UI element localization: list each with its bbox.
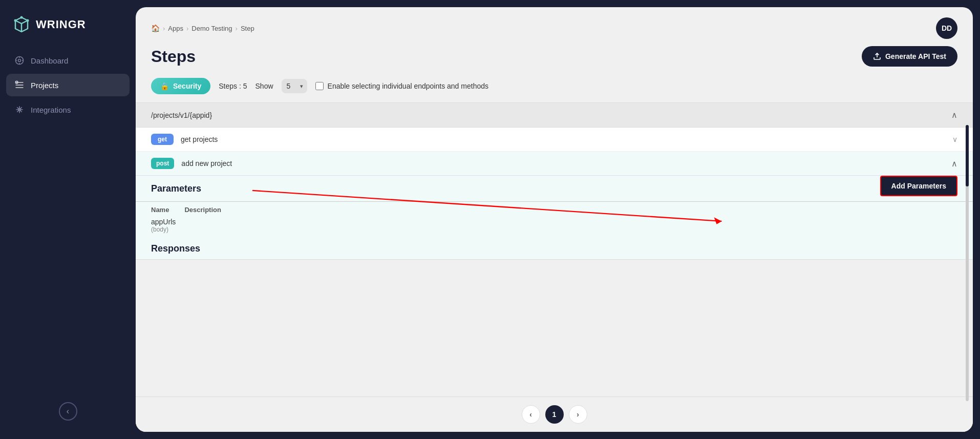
projects-label: Projects [31, 81, 58, 90]
main-header: 🏠 › Apps › Demo Testing › Step DD [136, 7, 973, 44]
logo-icon [12, 15, 31, 34]
projects-icon [14, 80, 25, 90]
sidebar-item-dashboard[interactable]: Dashboard [6, 49, 130, 72]
post-method-badge: post [151, 158, 174, 169]
svg-point-3 [18, 59, 21, 62]
app-logo: WRINGR [0, 10, 136, 49]
breadcrumb-sep-1: › [163, 25, 165, 32]
dashboard-icon [14, 55, 25, 66]
sidebar-nav: Dashboard Projects Integrations [0, 49, 136, 394]
breadcrumb-step[interactable]: Step [241, 25, 254, 32]
get-api-name: get projects [181, 135, 218, 143]
scrollbar-thumb[interactable] [966, 125, 969, 186]
svg-point-0 [14, 19, 17, 22]
expanded-api-left: post add new project [151, 158, 232, 169]
pagination: ‹ 1 › [136, 396, 973, 432]
parameters-header: Parameters Add Parameters [136, 176, 973, 202]
page-title-row: Steps Generate API Test [136, 44, 973, 74]
generate-api-test-button[interactable]: Generate API Test [862, 46, 957, 67]
breadcrumb: 🏠 › Apps › Demo Testing › Step [151, 24, 254, 32]
integrations-icon [14, 104, 25, 115]
breadcrumb-demo-testing[interactable]: Demo Testing [191, 25, 232, 32]
show-select-wrapper: 5 10 20 50 [282, 79, 307, 93]
integrations-label: Integrations [31, 106, 71, 114]
sidebar-bottom: ‹ [0, 394, 136, 429]
checkbox-text: Enable selecting individual endpoints an… [328, 82, 488, 90]
endpoint-path: /projects/v1/{appid} [151, 111, 212, 119]
pagination-next-button[interactable]: › [569, 405, 587, 424]
pagination-page-1-button[interactable]: 1 [545, 405, 564, 424]
parameters-title: Parameters [151, 178, 201, 194]
add-parameters-button[interactable]: Add Parameters [880, 176, 957, 196]
get-chevron-icon: ∨ [952, 135, 957, 143]
upload-icon [873, 52, 881, 60]
show-label: Show [255, 82, 273, 90]
api-row-get-left: get get projects [151, 134, 218, 145]
show-select[interactable]: 5 10 20 50 [282, 79, 307, 93]
next-icon: › [577, 410, 579, 419]
expanded-panel-post: post add new project ∧ Parameters Add Pa… [136, 152, 973, 260]
post-api-name: add new project [181, 159, 232, 168]
page-title: Steps [151, 47, 196, 66]
col-description: Description [184, 206, 221, 214]
param-name-appurls: appUrls [151, 218, 957, 226]
main-content: 🏠 › Apps › Demo Testing › Step DD Steps … [136, 7, 973, 432]
col-name: Name [151, 206, 169, 214]
prev-icon: ‹ [529, 410, 532, 419]
get-method-badge: get [151, 134, 174, 145]
page-1-label: 1 [552, 410, 557, 419]
svg-point-2 [20, 16, 23, 19]
enable-endpoints-label[interactable]: Enable selecting individual endpoints an… [315, 82, 488, 90]
breadcrumb-sep-2: › [186, 25, 188, 32]
breadcrumb-home-icon[interactable]: 🏠 [151, 24, 160, 32]
steps-count: Steps : 5 [219, 82, 247, 90]
security-badge[interactable]: 🔒 Security [151, 78, 210, 94]
sidebar: WRINGR Dashboard Projects Integratio [0, 0, 136, 439]
responses-title: Responses [136, 235, 973, 259]
enable-endpoints-checkbox[interactable] [315, 82, 324, 90]
lock-icon: 🔒 [160, 82, 169, 90]
post-chevron-icon: ∧ [951, 159, 957, 169]
api-row-get[interactable]: get get projects ∨ [136, 128, 973, 152]
filter-bar: 🔒 Security Steps : 5 Show 5 10 20 50 Ena… [136, 74, 973, 102]
collapse-sidebar-button[interactable]: ‹ [59, 402, 77, 421]
endpoint-header[interactable]: /projects/v1/{appid} ∧ [136, 103, 973, 128]
svg-point-1 [27, 19, 29, 22]
scrollbar-track[interactable] [966, 125, 969, 401]
security-label: Security [173, 82, 201, 90]
expanded-header-post[interactable]: post add new project ∧ [136, 152, 973, 176]
sidebar-item-projects[interactable]: Projects [6, 74, 130, 96]
params-columns: Name Description [136, 202, 973, 216]
endpoint-chevron-icon: ∧ [951, 110, 957, 120]
breadcrumb-apps[interactable]: Apps [168, 25, 183, 32]
user-avatar[interactable]: DD [936, 17, 957, 39]
breadcrumb-sep-3: › [236, 25, 238, 32]
app-name: WRINGR [36, 18, 86, 31]
sidebar-item-integrations[interactable]: Integrations [6, 98, 130, 121]
generate-btn-label: Generate API Test [885, 52, 946, 60]
collapse-icon: ‹ [67, 407, 69, 416]
param-row-appurls: appUrls (body) [136, 216, 973, 235]
content-scroll[interactable]: /projects/v1/{appid} ∧ get get projects … [136, 102, 973, 396]
param-type-appurls: (body) [151, 226, 957, 233]
dashboard-label: Dashboard [31, 56, 68, 65]
endpoint-section: /projects/v1/{appid} ∧ get get projects … [136, 102, 973, 260]
pagination-prev-button[interactable]: ‹ [522, 405, 540, 424]
